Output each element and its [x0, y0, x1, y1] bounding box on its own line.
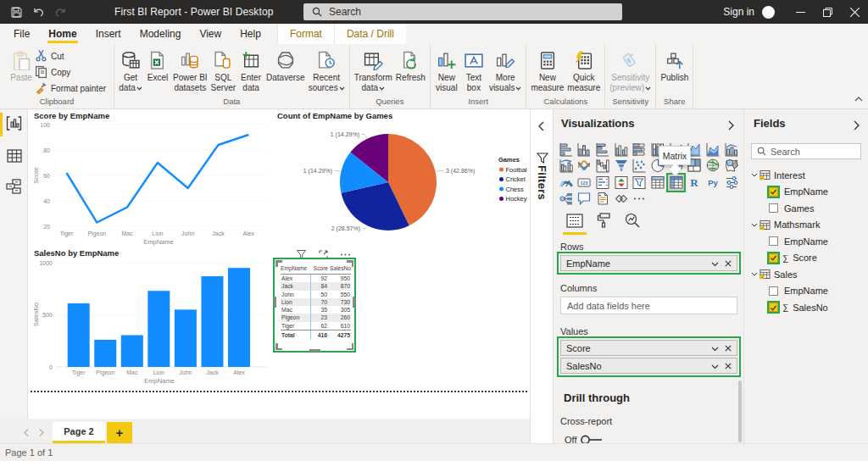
- well-field-score[interactable]: Score: [560, 340, 737, 356]
- multi-row-card-visual-button[interactable]: [594, 175, 610, 191]
- menu-modeling[interactable]: Modeling: [131, 24, 191, 44]
- table-visual[interactable]: EmpNameScoreSalesNoAlex92950Jack84870Joh…: [273, 244, 359, 359]
- stacked-area-chart-visual-button[interactable]: [705, 142, 721, 158]
- sign-in-button[interactable]: Sign in: [723, 6, 754, 18]
- menu-insert[interactable]: Insert: [86, 24, 131, 44]
- matrix-visual-button[interactable]: [668, 175, 684, 191]
- selection-handle-top-left[interactable]: [275, 260, 278, 267]
- collapse-ribbon-icon[interactable]: [854, 90, 863, 105]
- slicer-visual-button[interactable]: [632, 175, 648, 191]
- previous-page-arrow-icon[interactable]: [19, 422, 34, 443]
- line-chart-visual[interactable]: Score by EmpName10080604020TigerPigeonMa…: [30, 110, 272, 246]
- table-cell[interactable]: 305: [328, 306, 351, 314]
- undo-icon[interactable]: [27, 0, 49, 24]
- menu-help[interactable]: Help: [231, 24, 270, 44]
- scrollbar[interactable]: [738, 380, 742, 442]
- table-cell[interactable]: 260: [328, 314, 351, 321]
- field-node-empname[interactable]: EmpName: [744, 184, 868, 201]
- bar-chart-visual[interactable]: SalesNo by EmpName05001000TigerPigeonMac…: [30, 247, 272, 389]
- 100-stacked-bar-chart-visual-button[interactable]: [632, 142, 648, 158]
- python-visual-visual-button[interactable]: Py: [705, 175, 721, 191]
- data-view-button[interactable]: [0, 145, 28, 166]
- table-cell[interactable]: 950: [328, 275, 351, 283]
- next-page-arrow-icon[interactable]: [34, 422, 49, 443]
- enter-data-button[interactable]: Enterdata: [237, 46, 264, 93]
- funnel-chart-visual-button[interactable]: [613, 158, 629, 174]
- new-page-button[interactable]: +: [107, 422, 132, 443]
- checkbox-unchecked[interactable]: [769, 286, 778, 296]
- card-visual-button[interactable]: 123: [576, 175, 593, 191]
- chevron-expanded-icon[interactable]: [751, 223, 760, 227]
- filled-map-visual-button[interactable]: [723, 158, 739, 174]
- avatar[interactable]: [762, 6, 775, 19]
- quick-measure-button[interactable]: Quickmeasure: [565, 46, 602, 93]
- bar-lion[interactable]: [147, 291, 170, 367]
- table-node-interest[interactable]: Interest: [744, 167, 868, 184]
- field-node-empname[interactable]: EmpName: [744, 233, 868, 250]
- checkbox-unchecked[interactable]: [769, 236, 778, 246]
- text-box-button[interactable]: Textbox: [460, 46, 487, 93]
- publish-button[interactable]: Publish: [659, 46, 690, 83]
- bar-john[interactable]: [175, 309, 197, 367]
- key-influencers-visual-button[interactable]: [558, 191, 574, 207]
- selection-handle-right[interactable]: [353, 297, 355, 308]
- bar-tiger[interactable]: [68, 303, 90, 367]
- more-options-visual-button[interactable]: [632, 191, 648, 207]
- fields-tab[interactable]: [560, 209, 589, 231]
- sql-server-button[interactable]: SQLServer: [209, 46, 237, 93]
- checkbox-checked[interactable]: [769, 187, 778, 197]
- table-cell[interactable]: John: [281, 291, 310, 298]
- chevron-down-icon[interactable]: [711, 343, 719, 353]
- table-node-mathsmark[interactable]: Mathsmark: [744, 217, 868, 234]
- line-and-stacked-column-chart-visual-button[interactable]: [723, 142, 739, 158]
- copy-button[interactable]: Copy: [35, 64, 106, 81]
- minimize-button[interactable]: [787, 0, 814, 24]
- menu-format[interactable]: Format: [277, 24, 334, 44]
- bar-mac[interactable]: [121, 335, 143, 367]
- pie-chart-visual[interactable]: Count of EmpName by Games3 (42.86%)2 (28…: [273, 110, 527, 247]
- refresh-button[interactable]: Refresh: [394, 46, 427, 83]
- well-field-salesno[interactable]: SalesNo: [560, 358, 737, 374]
- recent-sources-button[interactable]: Recentsources: [307, 46, 347, 93]
- menu-data-drill[interactable]: Data / Drill: [334, 24, 406, 44]
- field-node-salesno[interactable]: ∑SalesNo: [744, 299, 868, 316]
- field-node-games[interactable]: Games: [744, 200, 868, 217]
- get-data-button[interactable]: Getdata: [117, 46, 144, 93]
- table-cell[interactable]: Mac: [281, 306, 310, 314]
- power-bi-datasets-button[interactable]: Power BIdatasets: [171, 46, 209, 93]
- remove-field-icon[interactable]: [725, 343, 732, 353]
- checkbox-checked[interactable]: [769, 253, 778, 263]
- column-header[interactable]: EmpName: [281, 264, 310, 275]
- selection-handle-bottom-left[interactable]: [275, 343, 278, 350]
- new-visual-button[interactable]: Newvisual: [433, 46, 460, 93]
- more-visuals-button[interactable]: Morevisuals: [487, 46, 524, 93]
- collapse-visualizations-icon[interactable]: [728, 119, 735, 134]
- table-cell[interactable]: 550: [328, 291, 351, 298]
- page-tab[interactable]: Page 2: [53, 422, 105, 443]
- bar-jack[interactable]: [201, 276, 223, 367]
- save-icon[interactable]: [5, 0, 27, 24]
- table-cell[interactable]: 610: [328, 322, 351, 330]
- selection-handle-bottom[interactable]: [309, 349, 320, 352]
- chevron-down-icon[interactable]: [711, 258, 719, 269]
- checkbox-unchecked[interactable]: [769, 203, 778, 213]
- new-measure-button[interactable]: Newmeasure: [529, 46, 565, 93]
- gauge-visual-button[interactable]: [558, 175, 574, 191]
- decomposition-tree-visual-button[interactable]: [613, 191, 629, 207]
- excel-button[interactable]: Excel: [144, 46, 171, 83]
- table-visual-button[interactable]: [650, 175, 666, 191]
- transform-data-button[interactable]: Transformdata: [353, 46, 394, 93]
- table-cell[interactable]: 70: [310, 298, 328, 306]
- menu-file[interactable]: File: [4, 24, 39, 44]
- dataverse-button[interactable]: Dataverse: [264, 46, 307, 83]
- bar-pigeon[interactable]: [94, 340, 116, 367]
- table-cell[interactable]: Tiger: [281, 322, 310, 330]
- format-painter-button[interactable]: Format painter: [35, 81, 106, 97]
- chevron-expanded-icon[interactable]: [751, 272, 760, 276]
- columns-drop-area[interactable]: Add data fields here: [560, 297, 737, 314]
- bar-alex[interactable]: [228, 268, 250, 367]
- table-cell[interactable]: Alex: [281, 275, 310, 283]
- paste-button[interactable]: Paste: [8, 46, 35, 83]
- expand-filters-icon[interactable]: [537, 119, 544, 135]
- line-series[interactable]: [67, 135, 249, 223]
